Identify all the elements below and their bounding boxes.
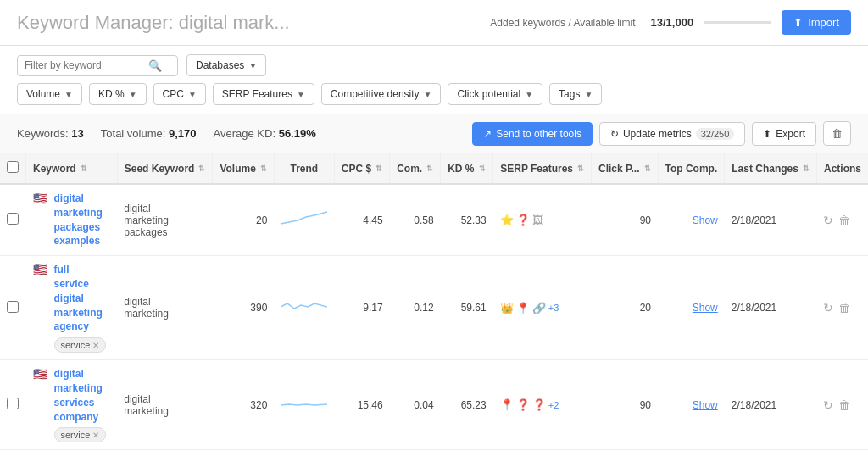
sort-icon: ⇅ bbox=[577, 164, 584, 173]
kd-value: 59.61 bbox=[461, 302, 487, 314]
table-row: 🇺🇸 digitalmarketingservicescompany servi… bbox=[0, 360, 868, 450]
title-query: digital mark... bbox=[179, 12, 290, 33]
chevron-down-icon: ▼ bbox=[297, 90, 305, 99]
chevron-down-icon: ▼ bbox=[584, 90, 593, 99]
col-header-com[interactable]: Com. ⇅ bbox=[390, 153, 441, 184]
update-label: Update metrics bbox=[623, 128, 692, 140]
tags-filter[interactable]: Tags ▼ bbox=[549, 83, 602, 105]
search-box[interactable]: 🔍 bbox=[17, 55, 178, 76]
kd-value: 56.19% bbox=[279, 127, 316, 140]
import-icon: ⬆ bbox=[793, 16, 803, 29]
row-checkbox[interactable] bbox=[7, 398, 19, 409]
com-value: 0.04 bbox=[414, 399, 433, 411]
action-icons: ↻ 🗑 bbox=[823, 214, 861, 227]
seed-keyword-cell: digitalmarketingpackages bbox=[117, 184, 213, 256]
lastch-cell: 2/18/2021 bbox=[725, 360, 817, 450]
delete-row-icon[interactable]: 🗑 bbox=[838, 398, 850, 412]
chevron-down-icon: ▼ bbox=[64, 90, 73, 99]
import-button[interactable]: ⬆ Import bbox=[782, 10, 851, 35]
col-header-checkbox bbox=[0, 153, 26, 184]
last-changes-date: 2/18/2021 bbox=[732, 302, 776, 314]
col-com-label: Com. bbox=[397, 163, 422, 175]
refresh-row-icon[interactable]: ↻ bbox=[823, 301, 833, 314]
col-header-keyword[interactable]: Keyword ⇅ bbox=[26, 153, 118, 184]
toolbar: 🔍 Databases ▼ Volume ▼ KD % ▼ CPC ▼ SERP… bbox=[0, 46, 868, 114]
flag-icon: 🇺🇸 bbox=[33, 192, 47, 205]
kd-cell: 59.61 bbox=[441, 256, 493, 360]
volume-filter[interactable]: Volume ▼ bbox=[17, 83, 82, 105]
show-link[interactable]: Show bbox=[693, 214, 718, 226]
topcomp-cell: Show bbox=[658, 256, 725, 360]
click-potential-filter[interactable]: Click potential ▼ bbox=[448, 83, 542, 105]
sort-icon: ⇅ bbox=[198, 164, 205, 173]
lastch-cell: 2/18/2021 bbox=[725, 256, 817, 360]
serp-extra[interactable]: +3 bbox=[548, 303, 559, 313]
tag-remove-icon[interactable]: ✕ bbox=[92, 341, 99, 350]
row-checkbox[interactable] bbox=[7, 213, 19, 225]
serp-icon: ❓ bbox=[532, 398, 546, 411]
kd-cell: 65.23 bbox=[441, 360, 493, 450]
seed-keyword-cell: digitalmarketing bbox=[117, 256, 213, 360]
click-value: 90 bbox=[640, 399, 651, 411]
search-input[interactable] bbox=[25, 59, 143, 71]
delete-row-icon[interactable]: 🗑 bbox=[838, 301, 850, 314]
kd-label: KD % bbox=[98, 88, 125, 100]
send-to-tools-button[interactable]: ↗ Send to other tools bbox=[472, 122, 593, 146]
col-header-cpc[interactable]: CPC $ ⇅ bbox=[334, 153, 389, 184]
keyword-cell: 🇺🇸 digitalmarketingpackagesexamples bbox=[26, 184, 118, 256]
click-value: 20 bbox=[640, 302, 651, 314]
com-value: 0.58 bbox=[414, 214, 433, 226]
title-prefix: Keyword Manager: bbox=[17, 12, 174, 33]
keyword-link[interactable]: fullservicedigitalmarketingagency bbox=[54, 263, 107, 334]
refresh-row-icon[interactable]: ↻ bbox=[823, 214, 833, 227]
select-all-checkbox[interactable] bbox=[7, 161, 19, 173]
refresh-row-icon[interactable]: ↻ bbox=[823, 398, 833, 412]
delete-row-icon[interactable]: 🗑 bbox=[838, 214, 850, 227]
col-header-click[interactable]: Click P... ⇅ bbox=[592, 153, 658, 184]
seed-keyword-cell: digitalmarketing bbox=[117, 360, 213, 450]
serp-icon: ⭐ bbox=[500, 214, 514, 226]
volume-cell: 320 bbox=[213, 360, 274, 450]
update-metrics-button[interactable]: ↻ Update metrics 32/250 bbox=[599, 122, 745, 146]
row-checkbox[interactable] bbox=[7, 301, 19, 313]
tag-remove-icon[interactable]: ✕ bbox=[92, 431, 99, 440]
col-header-volume[interactable]: Volume ⇅ bbox=[213, 153, 274, 184]
table-header-row: Keyword ⇅ Seed Keyword ⇅ Volume ⇅ bbox=[0, 153, 868, 184]
serp-cell: ⭐❓🖼 bbox=[493, 184, 592, 256]
kd-label: Average KD: bbox=[214, 127, 275, 140]
cpc-filter[interactable]: CPC ▼ bbox=[153, 83, 206, 105]
col-actions-label: Actions bbox=[824, 163, 861, 175]
serp-icon: 📍 bbox=[516, 302, 530, 314]
col-header-kd[interactable]: KD % ⇅ bbox=[441, 153, 493, 184]
row-checkbox-cell bbox=[0, 256, 26, 360]
col-header-lastch[interactable]: Last Changes ⇅ bbox=[725, 153, 817, 184]
click-cell: 20 bbox=[592, 256, 658, 360]
trash-icon: 🗑 bbox=[832, 127, 843, 140]
seed-keyword-text: digitalmarketingpackages bbox=[124, 203, 169, 238]
stats-left: Keywords: 13 Total volume: 9,170 Average… bbox=[17, 127, 316, 140]
serp-icon: 👑 bbox=[500, 302, 514, 314]
show-link[interactable]: Show bbox=[693, 399, 718, 411]
databases-dropdown[interactable]: Databases ▼ bbox=[186, 54, 266, 76]
col-header-serp[interactable]: SERP Features ⇅ bbox=[493, 153, 592, 184]
show-link[interactable]: Show bbox=[693, 302, 718, 314]
kd-cell: 52.33 bbox=[441, 184, 493, 256]
keyword-link[interactable]: digitalmarketingservicescompany bbox=[54, 367, 107, 424]
lastch-cell: 2/18/2021 bbox=[725, 184, 817, 256]
volume-label: Total volume: bbox=[101, 127, 166, 140]
cpc-cell: 4.45 bbox=[334, 184, 389, 256]
competitive-density-filter[interactable]: Competitive density ▼ bbox=[321, 83, 442, 105]
keyword-link[interactable]: digitalmarketingpackagesexamples bbox=[54, 192, 103, 248]
serp-features-filter[interactable]: SERP Features ▼ bbox=[213, 83, 314, 105]
delete-button[interactable]: 🗑 bbox=[823, 121, 851, 146]
serp-extra[interactable]: +2 bbox=[548, 400, 559, 410]
export-button[interactable]: ⬆ Export bbox=[752, 122, 816, 146]
kd-filter[interactable]: KD % ▼ bbox=[89, 83, 147, 105]
col-lastch-label: Last Changes bbox=[732, 163, 798, 175]
chevron-down-icon: ▼ bbox=[248, 61, 257, 70]
col-header-seed[interactable]: Seed Keyword ⇅ bbox=[117, 153, 213, 184]
topcomp-cell: Show bbox=[658, 184, 725, 256]
sort-icon: ⇅ bbox=[81, 164, 87, 173]
send-icon: ↗ bbox=[483, 128, 492, 140]
serp-cell: 📍❓❓+2 bbox=[493, 360, 592, 450]
